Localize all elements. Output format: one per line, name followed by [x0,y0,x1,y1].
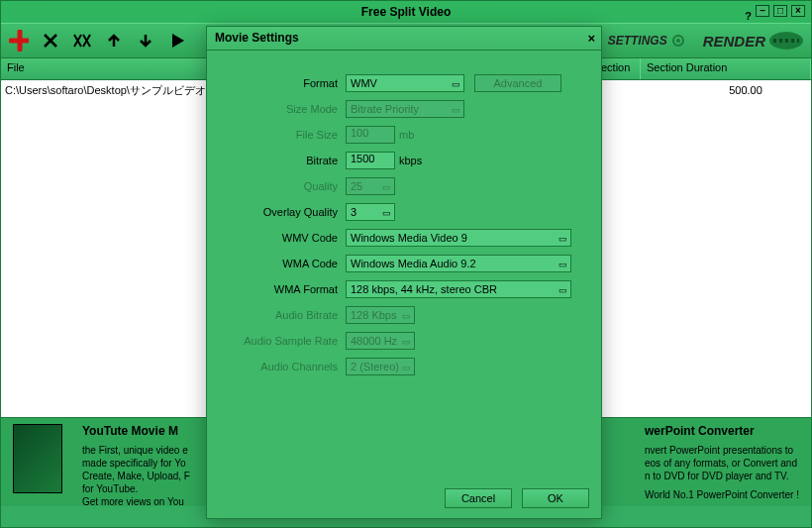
wma-code-dropdown[interactable]: Windows Media Audio 9.2▭ [346,255,571,272]
main-window: Free Split Video ? – □ × SETTINGS RENDER [0,0,812,528]
label-wma-format: WMA Format [217,283,346,295]
label-bitrate: Bitrate [217,155,346,166]
wma-format-dropdown[interactable]: 128 kbps, 44 kHz, stereo CBR▭ [346,280,571,298]
label-format: Format [217,77,346,89]
advanced-button: Advanced [474,74,561,92]
label-audio-bitrate: Audio Bitrate [217,309,346,321]
label-wma-code: WMA Code [217,258,346,269]
maximize-button[interactable]: □ [773,5,787,17]
dialog-buttons: Cancel OK [445,488,589,508]
dialog-titlebar: Movie Settings × [207,27,601,51]
settings-label: SETTINGS [608,34,667,48]
col-section-duration[interactable]: Section Duration [641,58,811,79]
promo-left: YouTute Movie M the First, unique video … [82,424,190,500]
label-audio-sample-rate: Audio Sample Rate [217,335,346,347]
label-size-mode: Size Mode [217,103,346,115]
wmv-code-dropdown[interactable]: Windows Media Video 9▭ [346,229,571,247]
gear-icon [671,34,685,48]
dialog-title: Movie Settings [215,31,299,45]
label-file-size: File Size [217,129,346,141]
audio-bitrate-dropdown: 128 Kbps▭ [346,306,415,324]
window-title: Free Split Video [361,5,451,19]
close-button[interactable]: × [791,5,805,17]
chevron-down-icon: ▭ [452,79,460,89]
movie-settings-dialog: Movie Settings × Format WMV▭ Advanced Si… [206,26,602,519]
label-quality: Quality [217,180,346,192]
bitrate-input[interactable]: 1500 [346,152,395,169]
cancel-button[interactable]: Cancel [445,488,512,508]
audio-sample-rate-dropdown: 48000 Hz▭ [346,332,415,350]
move-down-icon[interactable] [136,31,155,51]
promo-right-title[interactable]: werPoint Converter [645,424,799,440]
quality-dropdown: 25▭ [346,177,395,195]
add-icon[interactable] [9,31,29,51]
titlebar: Free Split Video ? – □ × [1,1,811,23]
overlay-quality-dropdown[interactable]: 3▭ [346,203,395,221]
cell-duration: 500.00 [641,84,811,96]
move-up-icon[interactable] [104,31,124,51]
play-icon[interactable] [167,31,187,51]
promo-left-image [13,424,62,493]
svg-point-1 [676,39,680,43]
minimize-button[interactable]: – [756,5,769,17]
help-icon[interactable]: ? [745,5,752,27]
render-label: RENDER [703,33,765,50]
render-button[interactable]: RENDER [703,32,803,50]
format-dropdown[interactable]: WMV▭ [346,74,464,92]
label-audio-channels: Audio Channels [217,361,346,372]
promo-right: werPoint Converter nvert PowerPoint pres… [645,424,799,500]
window-controls: ? – □ × [745,5,805,27]
file-size-input: 100 [346,126,395,144]
label-overlay-quality: Overlay Quality [217,206,346,218]
audio-channels-dropdown: 2 (Stereo)▭ [346,358,415,375]
settings-button[interactable]: SETTINGS [608,34,685,48]
remove-icon[interactable] [41,31,60,51]
render-icon [769,32,803,50]
dialog-close-icon[interactable]: × [587,31,595,46]
ok-button[interactable]: OK [522,488,589,508]
promo-left-title[interactable]: YouTute Movie M [82,424,190,440]
remove-all-icon[interactable] [72,31,92,51]
size-mode-dropdown: Bitrate Priority▭ [346,100,464,118]
label-wmv-code: WMV Code [217,232,346,244]
